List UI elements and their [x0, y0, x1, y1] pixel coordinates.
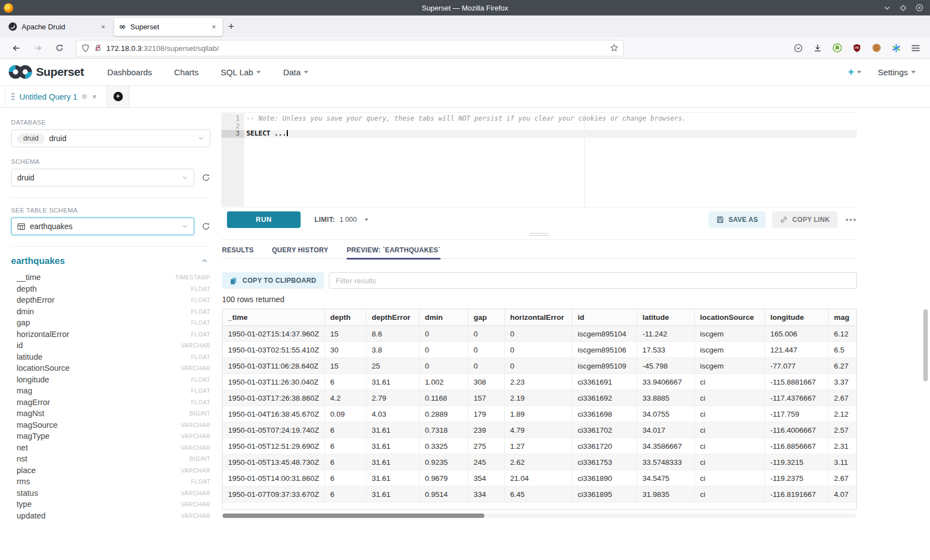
- tab-close-icon[interactable]: ×: [210, 23, 218, 31]
- url-bar[interactable]: 172.18.0.3:32108/superset/sqllab/: [76, 40, 624, 56]
- tracking-shield-icon[interactable]: [81, 44, 90, 53]
- column-name: __time: [17, 273, 41, 282]
- table-cell: 275: [468, 438, 504, 454]
- table-select[interactable]: earthquakes: [11, 217, 194, 235]
- copy-to-clipboard-button[interactable]: COPY TO CLIPBOARD: [222, 272, 324, 289]
- table-cell: 6.12: [828, 326, 857, 342]
- settings-menu[interactable]: Settings: [878, 68, 916, 77]
- browser-tab-superset[interactable]: ∞ Superset ×: [114, 18, 223, 36]
- filter-results-input[interactable]: [329, 272, 857, 289]
- column-header[interactable]: mag: [828, 309, 857, 326]
- table-schema-label: SEE TABLE SCHEMA: [11, 207, 210, 214]
- menu-hamburger-icon[interactable]: [911, 44, 920, 52]
- back-icon[interactable]: [6, 44, 27, 52]
- table-cell: 6: [324, 422, 366, 438]
- column-header[interactable]: depth: [324, 309, 366, 326]
- new-item-button[interactable]: +: [848, 66, 861, 78]
- window-close-icon[interactable]: [916, 4, 923, 12]
- column-header[interactable]: _time: [223, 309, 324, 326]
- column-header[interactable]: locationSource: [694, 309, 764, 326]
- table-cell: 0.3325: [419, 438, 468, 454]
- table-column-row: netVARCHAR: [11, 442, 210, 454]
- nav-item-data[interactable]: Data: [283, 68, 308, 77]
- table-cell: iscgem895109: [572, 358, 637, 374]
- table-cell: 25: [366, 358, 419, 374]
- reload-icon[interactable]: [49, 44, 70, 52]
- table-cell: 2.23: [504, 374, 572, 390]
- column-header[interactable]: depthError: [366, 309, 419, 326]
- add-query-tab[interactable]: +: [107, 86, 130, 107]
- table-cell: iscgem: [694, 358, 764, 374]
- table-schema-title[interactable]: earthquakes: [11, 256, 65, 266]
- vertical-scrollbar-thumb[interactable]: [923, 309, 928, 381]
- new-tab-button[interactable]: +: [228, 20, 234, 33]
- column-header[interactable]: gap: [468, 309, 504, 326]
- database-select[interactable]: druid druid: [11, 129, 210, 147]
- save-as-button[interactable]: SAVE AS: [709, 211, 766, 228]
- column-type: VARCHAR: [181, 467, 210, 474]
- table-columns-list: __timeTIMESTAMPdepthFLOATdepthErrorFLOAT…: [11, 272, 210, 521]
- extension-asterisk-icon[interactable]: [892, 44, 901, 53]
- forward-icon[interactable]: [27, 44, 49, 52]
- pane-resize-handle[interactable]: [530, 233, 549, 237]
- downloads-icon[interactable]: [813, 44, 822, 53]
- table-column-row: __timeTIMESTAMP: [11, 272, 210, 283]
- column-type: FLOAT: [191, 286, 210, 292]
- table-cell: ci: [694, 374, 764, 390]
- editor-gutter: 123: [221, 113, 244, 206]
- superset-logo[interactable]: [8, 64, 33, 80]
- table-column-row: latitudeFLOAT: [11, 351, 210, 363]
- table-row: 1950-01-07T09:37:33.670Z631.610.95143346…: [223, 486, 857, 502]
- more-options-icon[interactable]: ●●●: [845, 217, 857, 222]
- cookie-extension-icon[interactable]: [872, 43, 881, 53]
- rows-returned-text: 100 rows returned: [222, 295, 285, 304]
- table-cell: 1.27: [504, 438, 572, 454]
- browser-tab-druid[interactable]: Apache Druid ×: [3, 18, 112, 36]
- table-row: 1950-01-05T14:00:31.860Z631.610.96793542…: [223, 470, 857, 486]
- table-cell: -77.077: [764, 358, 828, 374]
- pocket-icon[interactable]: [794, 44, 803, 53]
- limit-dropdown[interactable]: LIMIT: 1 000: [314, 216, 368, 224]
- column-header[interactable]: id: [572, 309, 637, 326]
- sql-code-editor[interactable]: 123 -- Note: Unless you save your query,…: [221, 112, 857, 208]
- schema-select[interactable]: druid: [11, 169, 194, 186]
- query-tab[interactable]: Untitled Query 1 ×: [5, 86, 107, 107]
- refresh-schema-icon[interactable]: [202, 173, 210, 182]
- table-cell: 165.006: [764, 326, 828, 342]
- table-row: 1950-01-02T15:14:37.960Z158.6000iscgem89…: [223, 326, 857, 342]
- table-cell: -116.4006667: [764, 422, 828, 438]
- window-maximize-icon[interactable]: [900, 4, 907, 12]
- ublock-icon[interactable]: UO: [852, 44, 861, 53]
- table-cell: 2.12: [828, 406, 857, 422]
- horizontal-scrollbar-thumb[interactable]: [223, 514, 484, 518]
- privacy-extension-icon[interactable]: [833, 43, 842, 53]
- brand-wordmark[interactable]: Superset: [36, 65, 84, 79]
- collapse-chevron-up-icon[interactable]: [201, 257, 208, 265]
- copy-link-button[interactable]: COPY LINK: [772, 211, 838, 228]
- table-cell: -117.759: [764, 406, 828, 422]
- column-header[interactable]: dmin: [419, 309, 468, 326]
- window-minimize-icon[interactable]: [884, 4, 891, 12]
- column-header[interactable]: longitude: [764, 309, 828, 326]
- run-button[interactable]: RUN: [227, 211, 301, 228]
- nav-item-sql-lab[interactable]: SQL Lab: [221, 68, 261, 77]
- horizontal-scrollbar[interactable]: [223, 514, 856, 518]
- column-header[interactable]: latitude: [637, 309, 694, 326]
- nav-item-dashboards[interactable]: Dashboards: [107, 68, 152, 77]
- drag-handle-icon[interactable]: [11, 92, 15, 101]
- refresh-tables-icon[interactable]: [202, 222, 210, 231]
- table-column-row: typeVARCHAR: [11, 499, 210, 510]
- column-header[interactable]: horizontalError: [504, 309, 572, 326]
- insecure-lock-icon[interactable]: [94, 44, 102, 52]
- table-cell: 0: [504, 342, 572, 358]
- tab-close-icon[interactable]: ×: [99, 23, 107, 31]
- bookmark-star-icon[interactable]: [610, 44, 618, 52]
- query-tab-close-icon[interactable]: ×: [92, 92, 97, 101]
- chevron-down-icon: [182, 174, 188, 181]
- results-tab[interactable]: RESULTS: [222, 242, 254, 258]
- results-tab[interactable]: QUERY HISTORY: [272, 242, 328, 258]
- results-tab[interactable]: PREVIEW: `EARTHQUAKES`: [347, 242, 441, 258]
- nav-item-charts[interactable]: Charts: [174, 68, 199, 77]
- table-column-row: dminFLOAT: [11, 306, 210, 318]
- sqllab-sidebar: DATABASE druid druid SCHEMA druid SEE TA…: [0, 109, 221, 560]
